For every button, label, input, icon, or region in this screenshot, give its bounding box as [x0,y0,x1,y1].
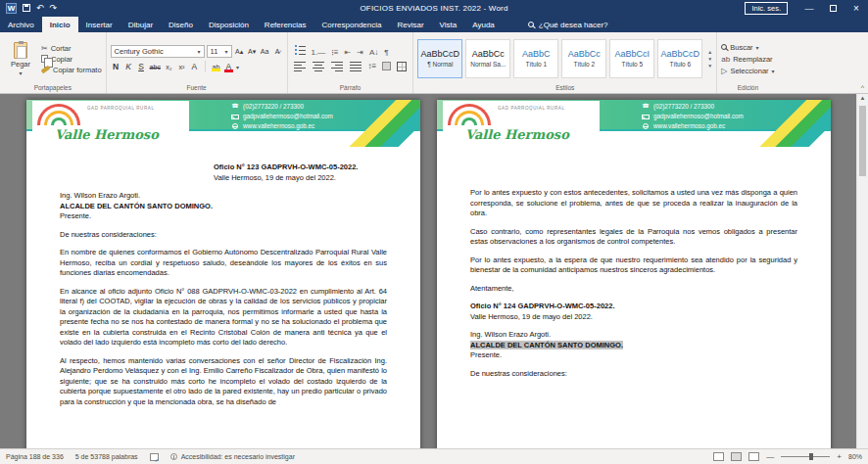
line-spacing-button[interactable]: ↕≡ [366,62,379,70]
zoom-out-button[interactable]: — [766,452,774,461]
scroll-up-arrow[interactable]: ▲ [857,95,868,101]
tab-diseno[interactable]: Diseño [161,17,201,32]
oficio-date[interactable]: Valle Hermoso, 19 de mayo del 2022. [214,173,387,184]
undo-button[interactable]: ↶ [36,4,44,13]
salutation[interactable]: De nuestras consideraciones: [470,369,797,380]
numbering-button[interactable]: 1.— [310,48,328,57]
styles-scroll-down[interactable]: ▼ [707,57,712,62]
document-canvas[interactable]: ☎(02)2773220 / 273300 gadpvallehermoso@h… [0,94,868,448]
oficio-number[interactable]: Oficio N° 123 GADPRVH-O-WMC-05-2022. [214,162,387,173]
tab-dibujar[interactable]: Dibujar [121,17,161,32]
recipient-name[interactable]: Ing. Wilson Erazo Argoti. [470,330,797,341]
spellcheck-indicator[interactable] [150,453,159,461]
scrollbar-thumb[interactable] [859,106,866,176]
shading-button[interactable] [380,62,393,70]
paragraph[interactable]: Caso contrario, como representantes lega… [470,227,797,248]
increase-indent-button[interactable]: ⇥ [355,48,365,57]
style-titulo-6[interactable]: AaBbCcD Título 6 [657,39,702,78]
tab-referencias[interactable]: Referencias [257,17,314,32]
superscript-button[interactable]: x² [176,64,187,70]
paste-button[interactable]: Pegar ▾ [4,42,37,76]
clear-formatting-button[interactable]: A̷ [272,48,283,55]
sort-button[interactable]: A↓ [367,48,380,57]
page-content[interactable]: Por lo antes expuesto y con estos antece… [437,157,831,379]
strikethrough-button[interactable]: abc [149,64,162,70]
style-normal[interactable]: AaBbCcD ¶ Normal [417,39,462,78]
change-case-button[interactable]: Aa [260,48,270,55]
decrease-indent-button[interactable]: ⇤ [343,48,354,57]
collapse-ribbon-button[interactable]: ^ [861,84,864,91]
oficio-date[interactable]: Valle Hermoso, 19 de mayo del 2022. [470,312,797,323]
oficio-number[interactable]: Oficio N° 124 GADPRVH-O-WMC-05-2022. [470,302,797,312]
paragraph[interactable]: Por lo antes expuesto y con estos antece… [470,188,797,219]
align-left-button[interactable] [292,61,309,71]
align-right-button[interactable] [329,61,346,71]
page-indicator[interactable]: Página 188 de 336 [6,453,64,460]
font-family-combo[interactable]: Century Gothic▾ [111,45,205,58]
word-count[interactable]: 5 de 53788 palabras [75,453,138,460]
paragraph[interactable]: Al respecto, hemos mantenido varias conv… [60,356,387,408]
highlight-color-button[interactable]: ab [211,64,221,70]
shrink-font-button[interactable]: A▾ [247,48,258,56]
borders-button[interactable] [395,62,409,71]
paragraph[interactable]: En alcance al oficio adjunto Oficio N° 0… [60,287,387,348]
save-button[interactable] [23,4,30,14]
show-marks-button[interactable]: ¶ [382,48,390,57]
tab-revisar[interactable]: Revisar [389,17,431,32]
style-normal-sa[interactable]: AaBbCc Normal Sa... [465,39,510,78]
zoom-slider-thumb[interactable] [809,453,813,460]
recipient-name[interactable]: Ing. Wilson Erazo Argoti. [60,191,387,202]
style-titulo-2[interactable]: AaBbCc Título 2 [561,39,606,78]
document-page-1[interactable]: ☎(02)2773220 / 273300 gadpvallehermoso@h… [26,100,420,448]
read-mode-button[interactable] [713,452,724,461]
selected-text[interactable]: ALCALDE DEL CANTÓN SANTO DOMINGO. [470,341,623,349]
styles-gallery-more[interactable]: ▼ [707,64,712,69]
font-size-combo[interactable]: 11▾ [207,45,232,58]
recipient-title[interactable]: ALCALDE DEL CANTÓN SANTO DOMINGO. [60,202,387,212]
cut-button[interactable]: ✂Cortar [41,44,102,53]
bullets-button[interactable] [292,46,308,58]
recipient-presente[interactable]: Presente. [470,350,797,361]
align-center-button[interactable] [311,61,327,71]
print-layout-button[interactable] [731,452,742,461]
tab-vista[interactable]: Vista [432,17,465,32]
bold-button[interactable]: N [111,62,121,71]
underline-button[interactable]: S [136,62,147,71]
page-content[interactable]: Oficio N° 123 GADPRVH-O-WMC-05-2022. Val… [26,157,420,407]
tab-insertar[interactable]: Insertar [78,17,121,32]
replace-button[interactable]: abReemplazar [721,55,774,64]
closing[interactable]: Atentamente, [470,284,797,295]
vertical-scrollbar[interactable]: ▲ [856,94,868,448]
styles-scroll-up[interactable]: ▲ [707,50,712,55]
grow-font-button[interactable]: A▴ [234,48,245,56]
find-button[interactable]: Buscar▾ [721,43,774,52]
tab-disposicion[interactable]: Disposición [201,17,257,32]
style-titulo-1[interactable]: AaBbC Título 1 [513,39,558,78]
tab-ayuda[interactable]: Ayuda [464,17,503,32]
select-button[interactable]: ▷Seleccionar▾ [721,67,774,75]
zoom-slider[interactable] [781,456,830,457]
sign-in-button[interactable]: Inic. ses. [745,2,788,15]
subscript-button[interactable]: x₂ [164,64,174,70]
paragraph[interactable]: En nombre de quienes conformamos el Gobi… [60,248,387,279]
zoom-in-button[interactable]: + [837,452,842,461]
font-color-button[interactable]: A [223,62,234,71]
paragraph[interactable]: Por lo antes expuesto, a la espera de qu… [470,255,797,276]
copy-button[interactable]: Copiar [41,55,102,64]
close-button[interactable]: × [844,0,868,17]
web-layout-button[interactable] [748,452,759,461]
multilevel-list-button[interactable]: ⁝≡ [329,48,340,57]
redo-button[interactable]: ↷ [50,4,58,13]
minimize-button[interactable]: — [797,0,821,17]
document-page-2[interactable]: ☎(02)2773220 / 273300 gadpvallehermoso@h… [437,100,831,448]
style-titulo-5[interactable]: AaBbCcI Título 5 [609,39,654,78]
recipient-presente[interactable]: Presente. [60,211,387,222]
tab-archivo[interactable]: Archivo [0,17,42,32]
tell-me-search[interactable]: ¿Qué desea hacer? [528,17,608,32]
restore-button[interactable] [821,0,844,17]
tab-correspondencia[interactable]: Correspondencia [314,17,390,32]
text-effects-button[interactable]: A [189,62,200,71]
justify-button[interactable] [348,61,364,71]
accessibility-indicator[interactable]: Accesibilidad: es necesario investigar [170,453,295,460]
zoom-level[interactable]: 80% [848,453,862,460]
